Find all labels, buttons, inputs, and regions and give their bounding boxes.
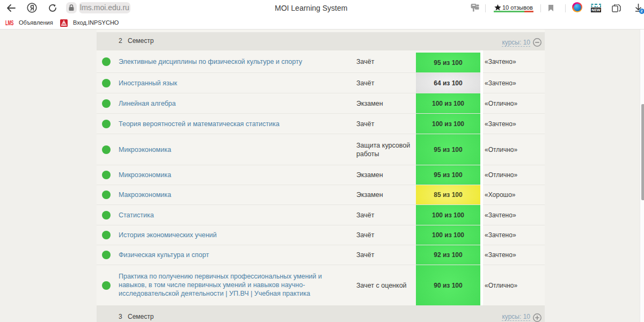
svg-text:NEW: NEW bbox=[591, 8, 601, 12]
